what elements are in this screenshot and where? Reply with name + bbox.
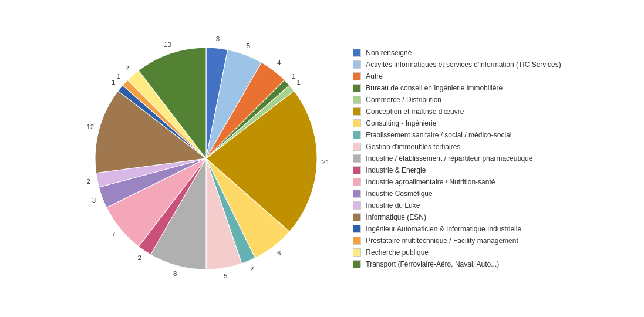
legend-item: Commerce / Distribution [353,96,561,104]
svg-text:1: 1 [292,73,295,80]
legend-label-text: Autre [366,72,383,80]
legend-color-box [353,72,361,80]
legend-color-box [353,166,361,174]
legend-color-box [353,213,361,221]
legend-color-box [353,84,361,92]
legend-color-box [353,119,361,127]
legend-color-box [353,260,361,268]
svg-text:4: 4 [277,59,281,66]
svg-text:8: 8 [173,270,177,277]
legend-item: Ingénieur Automaticien & Informatique In… [353,225,561,233]
pie-svg: 3541121625827321211210 [83,35,329,282]
legend-item: Consulting - Ingénierie [353,119,561,127]
legend-color-box [353,178,361,186]
svg-text:21: 21 [322,158,329,166]
legend-label-text: Industrie du Luxe [366,201,420,210]
legend-label-text: Recherche publique [366,248,429,257]
legend-color-box [353,107,361,116]
legend-label-text: Gestion d'immeubles tertiaires [366,143,460,151]
legend-color-box [353,201,361,210]
legend-item: Prestataire multitechnique / Facility ma… [353,237,561,245]
legend-item: Non renseigné [353,49,561,57]
svg-text:2: 2 [126,65,129,72]
legend-item: Industrie agroalimentaire / Nutrition-sa… [353,178,561,186]
svg-text:5: 5 [247,42,250,49]
svg-text:1: 1 [297,79,301,86]
svg-text:3: 3 [92,197,96,204]
legend-item: Etablissement sanitaire / social / médic… [353,131,561,139]
legend-label-text: Ingénieur Automaticien & Informatique In… [366,225,521,233]
legend-color-box [353,190,361,198]
svg-text:7: 7 [112,231,115,238]
svg-text:1: 1 [112,79,115,86]
legend-item: Transport (Ferroviaire-Aéro, Naval, Auto… [353,260,561,268]
legend-color-box [353,237,361,245]
legend-color-box [353,96,361,104]
legend: Non renseignéActivités informatiques et … [353,49,561,268]
svg-text:2: 2 [87,178,90,185]
legend-item: Gestion d'immeubles tertiaires [353,143,561,151]
chart-container: 3541121625827321211210 Non renseignéActi… [0,0,644,317]
legend-item: Industrie Cosmétique [353,190,561,198]
legend-item: Industrie & Energie [353,166,561,174]
legend-label-text: Industrie Cosmétique [366,190,432,198]
legend-item: Bureau de conseil en ingénierie immobili… [353,84,561,92]
legend-label-text: Prestataire multitechnique / Facility ma… [366,237,518,245]
legend-color-box [353,225,361,233]
legend-label-text: Industrie & Energie [366,166,426,174]
svg-text:2: 2 [138,254,141,261]
legend-label-text: Bureau de conseil en ingénierie immobili… [366,84,503,92]
svg-text:2: 2 [250,265,254,272]
svg-text:3: 3 [216,35,220,42]
legend-color-box [353,248,361,257]
svg-text:5: 5 [224,272,227,279]
legend-label-text: Etablissement sanitaire / social / médic… [366,131,511,139]
legend-label-text: Industrie agroalimentaire / Nutrition-sa… [366,178,495,186]
legend-item: Activités informatiques et services d'in… [353,60,561,69]
legend-item: Recherche publique [353,248,561,257]
svg-text:6: 6 [277,249,281,257]
legend-color-box [353,131,361,139]
legend-label-text: Activités informatiques et services d'in… [366,60,561,69]
legend-label-text: Informatique (ESN) [366,213,426,221]
legend-label-text: Conception et maîtrise d'œuvre [366,107,464,116]
legend-label-text: Transport (Ferroviaire-Aéro, Naval, Auto… [366,260,499,268]
legend-label-text: Industrie / établissement / répartiteur … [366,154,532,163]
legend-color-box [353,49,361,57]
legend-item: Informatique (ESN) [353,213,561,221]
legend-color-box [353,60,361,69]
svg-text:10: 10 [164,41,171,48]
legend-item: Conception et maîtrise d'œuvre [353,107,561,116]
svg-text:1: 1 [117,73,120,80]
legend-label-text: Consulting - Ingénierie [366,119,436,127]
legend-color-box [353,143,361,151]
legend-item: Autre [353,72,561,80]
legend-label-text: Commerce / Distribution [366,96,441,104]
pie-chart: 3541121625827321211210 [83,35,329,282]
svg-text:12: 12 [87,123,95,130]
legend-color-box [353,154,361,163]
legend-item: Industrie du Luxe [353,201,561,210]
legend-item: Industrie / établissement / répartiteur … [353,154,561,163]
legend-label-text: Non renseigné [366,49,412,57]
